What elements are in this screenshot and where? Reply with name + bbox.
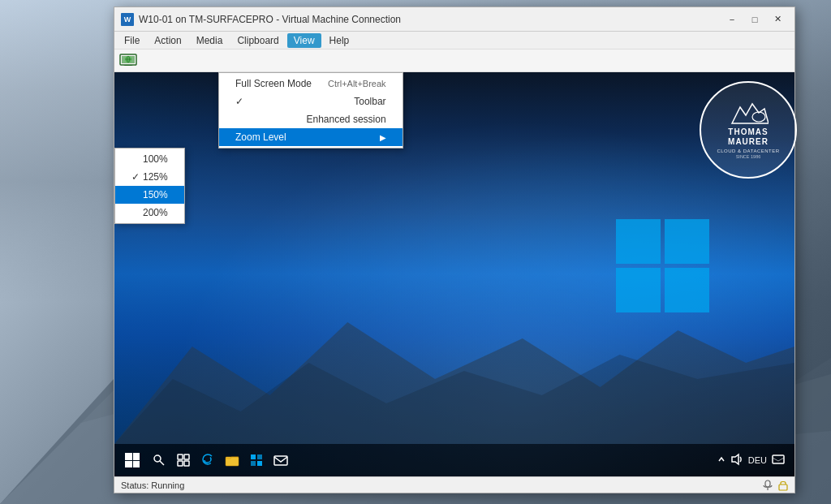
microphone-status-icon: [762, 480, 773, 491]
logo-name: THOMAS MAURER: [708, 127, 789, 147]
status-bar: Status: Running: [114, 476, 794, 493]
menu-action[interactable]: Action: [148, 33, 187, 48]
zoom-label: Zoom Level: [235, 131, 286, 143]
volume-button[interactable]: [730, 453, 743, 468]
status-text: Status: Running: [121, 480, 184, 490]
logo-badge: THOMAS MAURER CLOUD & DATACENTER SINCE 1…: [700, 81, 797, 179]
zoom-200-label: 200%: [143, 207, 168, 218]
svg-line-18: [160, 461, 164, 465]
mountain-vm: [114, 298, 794, 444]
language-text: DEU: [748, 455, 767, 465]
svg-rect-22: [184, 461, 189, 466]
mail-icon: [273, 453, 288, 467]
status-right-icons: [762, 480, 788, 491]
svg-rect-20: [184, 454, 189, 459]
window-icon: W: [121, 13, 134, 26]
svg-rect-31: [765, 480, 770, 487]
logo-mountain-icon: [728, 101, 769, 125]
task-view-button[interactable]: [171, 446, 196, 475]
svg-marker-29: [732, 454, 738, 464]
zoom-100-item[interactable]: 100%: [115, 150, 184, 168]
notification-icon: [772, 453, 785, 466]
zoom-menu-item[interactable]: Zoom Level ▶: [219, 128, 403, 146]
vm-window: W W10-01 on TM-SURFACEPRO - Virtual Mach…: [114, 6, 795, 493]
tray-overflow-button[interactable]: [717, 454, 726, 466]
zoom-125-label: 125%: [143, 171, 168, 183]
menu-bar: File Action Media Clipboard View Help: [114, 32, 794, 50]
svg-rect-23: [226, 457, 239, 466]
start-button[interactable]: [118, 446, 147, 475]
volume-icon: [730, 453, 743, 466]
fullscreen-menu-item[interactable]: Full Screen Mode Ctrl+Alt+Break: [219, 75, 403, 93]
menu-view[interactable]: View: [287, 33, 321, 48]
windows-start-icon: [125, 453, 140, 467]
toolbar-vm-icon: [119, 52, 137, 70]
menu-media[interactable]: Media: [190, 33, 230, 48]
svg-rect-33: [779, 485, 787, 490]
toolbar-check: ✓: [235, 96, 243, 107]
svg-rect-28: [274, 456, 287, 465]
close-button[interactable]: ✕: [767, 11, 788, 28]
toolbar: [114, 50, 794, 72]
zoom-150-item[interactable]: 150%: [115, 186, 184, 204]
vm-content: DEU Full Screen Mode Ctrl+Alt+Break: [114, 72, 794, 476]
vm-icon-svg: [119, 54, 137, 68]
notification-button[interactable]: [772, 453, 785, 468]
svg-rect-21: [178, 461, 183, 466]
svg-rect-24: [251, 454, 256, 459]
enhanced-menu-item[interactable]: Enhanced session: [219, 110, 403, 128]
svg-rect-26: [251, 461, 256, 466]
logo-since: SINCE 1986: [736, 154, 761, 159]
view-dropdown-menu: Full Screen Mode Ctrl+Alt+Break ✓ Toolba…: [218, 72, 403, 149]
task-view-icon: [177, 454, 190, 467]
zoom-100-label: 100%: [143, 153, 168, 165]
store-icon: [249, 453, 264, 467]
zoom-125-check: ✓: [131, 171, 143, 183]
window-controls: − □ ✕: [721, 11, 788, 28]
maximize-button[interactable]: □: [744, 11, 765, 28]
lock-status-icon: [778, 480, 788, 491]
zoom-200-item[interactable]: 200%: [115, 204, 184, 222]
minimize-button[interactable]: −: [721, 11, 743, 28]
logo-subtitle: CLOUD & DATACENTER: [717, 149, 779, 153]
edge-button[interactable]: [196, 446, 220, 475]
vm-taskbar: DEU: [114, 444, 794, 476]
svg-rect-10: [616, 219, 661, 264]
explorer-button[interactable]: [220, 446, 244, 475]
search-taskbar-button[interactable]: [147, 446, 171, 475]
menu-file[interactable]: File: [118, 33, 146, 48]
zoom-arrow-icon: ▶: [380, 133, 386, 142]
fullscreen-shortcut: Ctrl+Alt+Break: [328, 79, 386, 88]
enhanced-label: Enhanced session: [307, 114, 386, 125]
svg-rect-6: [125, 65, 131, 66]
svg-rect-11: [665, 219, 709, 264]
menu-help[interactable]: Help: [323, 33, 356, 48]
language-indicator[interactable]: DEU: [748, 454, 767, 466]
title-bar: W W10-01 on TM-SURFACEPRO - Virtual Mach…: [114, 7, 794, 32]
up-arrow-icon: [717, 455, 726, 463]
svg-rect-27: [257, 461, 262, 466]
svg-rect-25: [257, 454, 262, 459]
zoom-125-item[interactable]: ✓ 125%: [115, 168, 184, 186]
menu-clipboard[interactable]: Clipboard: [230, 33, 285, 48]
svg-point-17: [154, 455, 161, 462]
zoom-submenu: 100% ✓ 125% 150% 200%: [114, 148, 185, 224]
search-taskbar-icon: [153, 454, 166, 467]
toolbar-menu-item[interactable]: ✓ Toolbar: [219, 93, 403, 110]
win10-desktop: DEU: [114, 72, 794, 476]
toolbar-label: Toolbar: [354, 96, 385, 107]
svg-rect-30: [773, 455, 784, 463]
window-title: W10-01 on TM-SURFACEPRO - Virtual Machin…: [139, 14, 721, 25]
zoom-150-label: 150%: [143, 189, 168, 200]
tray-area: DEU: [711, 453, 791, 468]
edge-icon: [200, 453, 215, 467]
explorer-icon: [225, 453, 239, 467]
store-button[interactable]: [244, 446, 269, 475]
svg-rect-19: [178, 454, 183, 459]
fullscreen-label: Full Screen Mode: [235, 78, 312, 89]
mail-button[interactable]: [269, 446, 293, 475]
thomas-maurer-logo: THOMAS MAURER CLOUD & DATACENTER SINCE 1…: [700, 81, 797, 179]
